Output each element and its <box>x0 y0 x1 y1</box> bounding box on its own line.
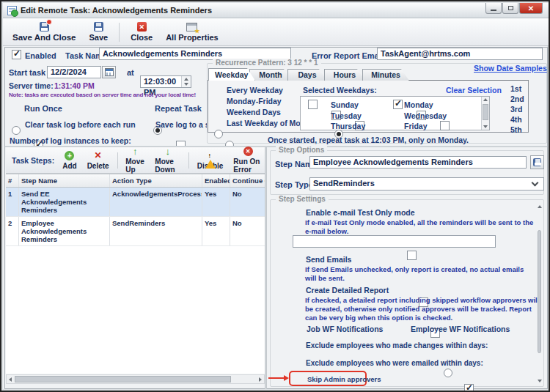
sunday-label: Sunday <box>331 100 359 109</box>
tab-minutes[interactable]: Minutes <box>362 69 409 81</box>
col-step-name[interactable]: Step Name <box>19 174 110 187</box>
move-up-button[interactable]: ↑ Move Up <box>123 146 147 174</box>
test-email-input[interactable] <box>293 235 496 248</box>
all-properties-button[interactable]: All Properties <box>164 22 221 42</box>
exclude-changes-label: Exclude employees who made changes withi… <box>306 341 488 350</box>
edit-remote-task-dialog: Edit Remote Task: Acknowledgements Remin… <box>0 0 550 392</box>
hscroll-thumb[interactable] <box>15 376 231 382</box>
show-date-samples-link[interactable]: Show Date Samples <box>474 64 547 73</box>
tab-weekday[interactable]: Weekday <box>208 68 255 81</box>
test-only-label: Enable e-mail Test Only mode <box>306 208 415 217</box>
clear-log-label: Clear task log before each run <box>25 120 136 129</box>
maximize-button[interactable] <box>502 3 518 14</box>
detailed-report-label: Create Detailed Report <box>306 286 389 295</box>
time-spinner[interactable] <box>181 76 191 87</box>
col-action-type[interactable]: Action Type <box>110 174 202 187</box>
skip-admin-label: Skip Admin approvers <box>307 375 381 383</box>
server-time-note: Note: tasks are executed based on server… <box>9 92 196 98</box>
table-row[interactable]: 2 Employee Acknowledgements Reminders Se… <box>6 217 265 246</box>
scroll-down-icon[interactable] <box>483 125 488 128</box>
window-title: Edit Remote Task: Acknowledgements Remin… <box>21 6 212 15</box>
run-once-radio[interactable] <box>12 126 21 135</box>
selected-weekdays-label: Selected Weekdays: <box>303 86 377 95</box>
exclude-changes-checkbox[interactable] <box>464 384 474 392</box>
col-continue[interactable]: Continue O <box>230 174 265 187</box>
at-label: at <box>127 68 134 77</box>
friday-checkbox[interactable] <box>440 121 450 130</box>
delete-step-button[interactable]: ✕ Delete <box>85 150 111 171</box>
ordinal-3rd-label: 3rd <box>510 105 522 114</box>
step-name-input[interactable]: Employee Acknowledgements Reminders <box>309 156 527 169</box>
calendar-button[interactable] <box>102 66 116 78</box>
save-icon <box>94 22 103 32</box>
enabled-checkbox[interactable] <box>12 50 21 59</box>
recurrence-summary: Once started, repeat task at 12:03 PM, o… <box>208 136 529 144</box>
table-header-row[interactable]: # Step Name Action Type Enabled Continue… <box>6 174 265 188</box>
log-instances-label: Number of log instances to keep: <box>10 136 131 145</box>
col-num[interactable]: # <box>6 174 19 187</box>
send-emails-hint: If Send Emails unchecked, only report is… <box>305 265 537 283</box>
sunday-checkbox[interactable] <box>308 100 318 109</box>
step-name-save-button[interactable] <box>530 155 544 169</box>
job-wf-label: Job WF Notifications <box>307 325 383 333</box>
step-settings-label: Step Settings <box>276 195 329 203</box>
down-arrow-icon: ↓ <box>166 147 171 156</box>
clear-selection-link[interactable]: Clear Selection <box>446 86 502 95</box>
floppy-icon <box>533 158 541 166</box>
repeat-task-label: Repeat Task <box>155 104 202 113</box>
step-type-select[interactable]: SendReminders <box>309 177 544 191</box>
close-button[interactable]: ✕ Close <box>128 21 155 42</box>
close-window-button[interactable]: ✕ <box>519 3 543 14</box>
ordinal-1st-label: 1st <box>510 84 521 93</box>
employee-wf-label: Employee WF Notifications <box>411 325 510 333</box>
detailed-report-hint: If checked, a detailed report including … <box>305 296 541 322</box>
save-button[interactable]: Save <box>87 21 111 42</box>
save-and-close-button[interactable]: Save And Close <box>10 21 78 42</box>
scroll-up-icon[interactable] <box>483 98 488 101</box>
scroll-thumb[interactable] <box>483 104 488 120</box>
monday-friday-label: Monday-Friday <box>227 97 282 106</box>
add-icon: + <box>65 151 74 160</box>
every-weekday-label: Every Weekday <box>227 86 283 95</box>
move-down-button[interactable]: ↓ Move Down <box>153 146 183 174</box>
scroll-up-icon[interactable] <box>538 205 542 208</box>
add-step-button[interactable]: + Add <box>60 150 78 171</box>
error-email-input[interactable]: TaskAgent@hrtms.com <box>377 48 543 60</box>
col-enabled[interactable]: Enabled <box>202 174 230 187</box>
chevron-down-icon <box>532 180 539 187</box>
title-bar[interactable]: Edit Remote Task: Acknowledgements Remin… <box>3 3 549 18</box>
scroll-right-icon[interactable] <box>259 377 262 382</box>
thursday-label: Thursday <box>331 122 365 130</box>
weekday-list-scrollbar[interactable] <box>481 97 489 130</box>
test-only-hint: If e-mail Test Only mode enabled, all th… <box>305 218 537 236</box>
start-date-input[interactable]: 12/2/2024 <box>47 66 101 78</box>
monday-checkbox[interactable] <box>393 100 403 109</box>
step-options-label: Step Options <box>276 146 327 154</box>
friday-label: Friday <box>404 122 428 130</box>
table-row[interactable]: 1 Send EE Acknowledgements Reminders Ack… <box>6 188 265 217</box>
delete-icon: ✕ <box>95 151 102 160</box>
calendar-icon <box>105 68 114 76</box>
horizontal-scrollbar[interactable] <box>6 374 265 384</box>
panel-splitter[interactable] <box>265 147 267 389</box>
error-email-label: Error Report Email: <box>312 51 386 60</box>
minimize-icon <box>491 10 496 11</box>
minimize-button[interactable] <box>485 3 502 14</box>
server-time-value: 1:31:40 PM <box>54 81 95 90</box>
start-time-input[interactable]: 12:03:00 PM <box>140 75 191 88</box>
run-on-error-button[interactable]: ✕ Run On Error <box>231 146 265 174</box>
vscroll-thumb[interactable] <box>538 230 541 353</box>
scroll-left-icon[interactable] <box>9 377 12 382</box>
ordinal-4th-label: 4th <box>510 115 522 124</box>
toolbar-separator <box>117 152 118 169</box>
exclude-emailed-label: Exclude employees who were emailed withi… <box>306 359 483 367</box>
test-only-checkbox[interactable] <box>407 251 417 260</box>
settings-vertical-scrollbar[interactable] <box>537 204 543 384</box>
scroll-down-icon[interactable] <box>538 380 542 382</box>
close-red-icon: ✕ <box>137 22 147 32</box>
task-steps-toolbar: Task Steps: + Add ✕ Delete ↑ Move Up ↓ M… <box>6 147 265 174</box>
disable-step-button[interactable]: ! Disable <box>195 150 226 171</box>
job-wf-radio[interactable] <box>444 369 452 377</box>
wednesday-label: Wednesday <box>404 111 447 120</box>
annotation-arrow-icon <box>284 375 289 381</box>
